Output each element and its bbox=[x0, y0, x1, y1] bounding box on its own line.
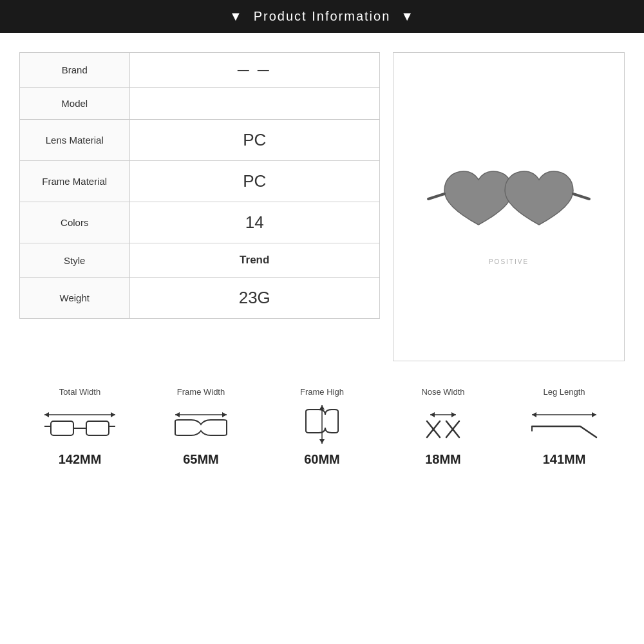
header-triangle-left: ▼ bbox=[229, 9, 243, 24]
label-weight: Weight bbox=[20, 278, 129, 319]
positive-label: POSITIVE bbox=[489, 258, 529, 265]
svg-marker-15 bbox=[319, 439, 325, 444]
header-triangle-right: ▼ bbox=[401, 9, 415, 24]
value-weight: 23G bbox=[129, 278, 379, 319]
product-image bbox=[425, 149, 592, 252]
dim-icon-frame-width bbox=[162, 402, 240, 447]
dim-total-width: Total Width 142MM bbox=[35, 387, 125, 467]
dim-label-frame-high: Frame High bbox=[300, 387, 344, 397]
dim-label-nose-width: Nose Width bbox=[421, 387, 464, 397]
label-style: Style bbox=[20, 243, 129, 278]
main-content: Brand — — Model Lens Material PC Frame M… bbox=[0, 33, 644, 374]
dim-icon-nose-width bbox=[404, 402, 482, 447]
dim-value-nose-width: 18MM bbox=[425, 452, 461, 467]
svg-marker-12 bbox=[222, 412, 227, 417]
dim-label-frame-width: Frame Width bbox=[177, 387, 225, 397]
svg-marker-3 bbox=[44, 412, 49, 417]
svg-marker-14 bbox=[319, 405, 325, 410]
table-row: Colors 14 bbox=[20, 202, 379, 243]
svg-marker-18 bbox=[451, 412, 456, 417]
value-frame-material: PC bbox=[129, 161, 379, 202]
svg-marker-17 bbox=[430, 412, 435, 417]
svg-marker-11 bbox=[175, 412, 180, 417]
dim-value-leg-length: 141MM bbox=[543, 452, 586, 467]
label-frame-material: Frame Material bbox=[20, 161, 129, 202]
label-colors: Colors bbox=[20, 202, 129, 243]
dim-frame-high: Frame High 60MM bbox=[277, 387, 367, 467]
value-brand: — — bbox=[129, 53, 379, 88]
label-model: Model bbox=[20, 88, 129, 120]
dim-value-frame-high: 60MM bbox=[304, 452, 340, 467]
table-row: Brand — — bbox=[20, 53, 379, 88]
header-title: Product Information bbox=[254, 9, 391, 24]
dim-leg-length: Leg Length 141MM bbox=[519, 387, 609, 467]
svg-rect-6 bbox=[86, 421, 109, 435]
value-lens-material: PC bbox=[129, 120, 379, 161]
label-brand: Brand bbox=[20, 53, 129, 88]
svg-marker-4 bbox=[111, 412, 115, 417]
info-table: Brand — — Model Lens Material PC Frame M… bbox=[19, 52, 380, 319]
value-model bbox=[129, 88, 379, 120]
dim-icon-frame-high bbox=[283, 402, 361, 447]
table-row: Model bbox=[20, 88, 379, 120]
page-header: ▼ Product Information ▼ bbox=[0, 0, 644, 33]
table-row: Weight 23G bbox=[20, 278, 379, 319]
svg-marker-25 bbox=[592, 412, 596, 417]
dim-value-frame-width: 65MM bbox=[183, 452, 219, 467]
dim-value-total-width: 142MM bbox=[59, 452, 102, 467]
label-lens-material: Lens Material bbox=[20, 120, 129, 161]
svg-marker-24 bbox=[532, 412, 536, 417]
svg-rect-5 bbox=[51, 421, 73, 435]
product-image-box: POSITIVE bbox=[393, 52, 625, 361]
svg-line-1 bbox=[573, 194, 589, 199]
value-colors: 14 bbox=[129, 202, 379, 243]
dim-icon-leg-length bbox=[526, 402, 603, 447]
table-row: Style Trend bbox=[20, 243, 379, 278]
value-style: Trend bbox=[129, 243, 379, 278]
dimensions-section: Total Width 142MM Frame Width 65MM Fram bbox=[0, 374, 644, 486]
dim-label-leg-length: Leg Length bbox=[543, 387, 585, 397]
dim-label-total-width: Total Width bbox=[59, 387, 100, 397]
dim-nose-width: Nose Width 18MM bbox=[398, 387, 488, 467]
table-row: Lens Material PC bbox=[20, 120, 379, 161]
svg-line-0 bbox=[428, 194, 444, 199]
table-row: Frame Material PC bbox=[20, 161, 379, 202]
dim-frame-width: Frame Width 65MM bbox=[156, 387, 246, 467]
dim-icon-total-width bbox=[41, 402, 118, 447]
